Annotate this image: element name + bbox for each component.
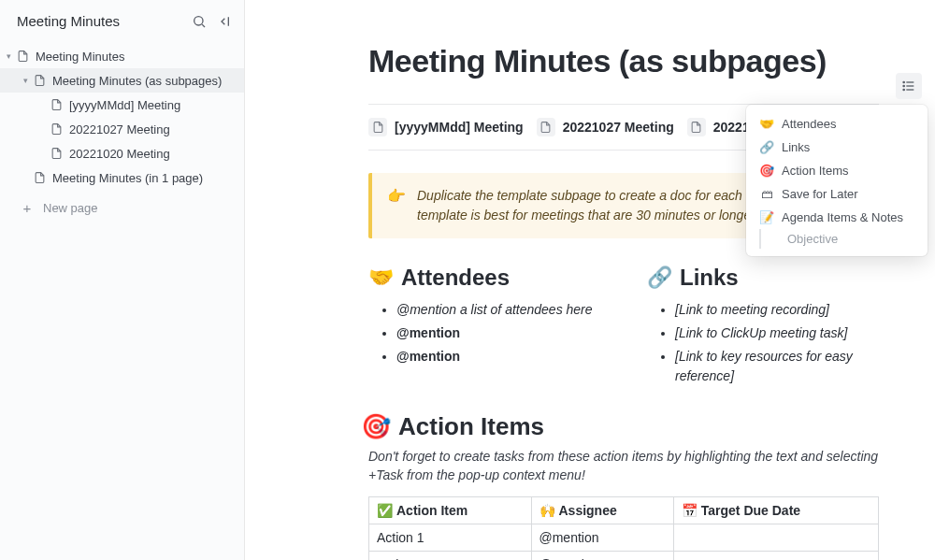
doc-icon	[15, 50, 30, 63]
links-heading: Links	[680, 265, 739, 291]
list-item[interactable]: [Link to key resources for easy referenc…	[675, 347, 879, 386]
sidebar-header: Meeting Minutes	[0, 0, 244, 40]
tree-item[interactable]: ▾Meeting Minutes (as subpages)	[0, 68, 244, 93]
handshake-icon: 🤝	[368, 266, 394, 290]
doc-icon	[32, 74, 47, 87]
list-item[interactable]: @mention	[396, 347, 600, 366]
pointing-right-icon: 👉	[387, 186, 406, 225]
table-cell[interactable]: @mention	[531, 524, 673, 551]
list-item[interactable]: [Link to ClickUp meeting task]	[675, 323, 879, 343]
outline-item-label: Attendees	[782, 117, 837, 131]
doc-icon	[49, 122, 64, 136]
attendees-section: 🤝 Attendees @mention a list of attendees…	[368, 265, 600, 390]
doc-icon	[32, 171, 47, 184]
links-section: 🔗 Links [Link to meeting recording][Link…	[647, 265, 879, 390]
table-cell[interactable]: Action 1	[369, 524, 532, 551]
table-row[interactable]: Action 2@mention	[369, 551, 879, 560]
target-icon: 🎯	[361, 412, 391, 441]
outline-item-label: Agenda Items & Notes	[782, 210, 903, 224]
svg-point-8	[903, 89, 904, 90]
page-title: Meeting Minutes (as subpages)	[368, 43, 879, 79]
outline-item-label: Objective	[787, 232, 838, 246]
outline-emoji-icon: 🤝	[759, 117, 774, 131]
table-cell[interactable]: @mention	[531, 551, 673, 560]
list-item[interactable]: @mention	[396, 323, 600, 343]
sidebar: Meeting Minutes ▾Meeting Minutes▾Meeting…	[0, 0, 245, 560]
tree-item-label: Meeting Minutes (in 1 page)	[52, 171, 203, 185]
svg-point-7	[903, 85, 904, 86]
plus-icon: +	[21, 201, 34, 215]
svg-point-6	[903, 81, 904, 82]
table-header: ✅Action Item	[369, 496, 532, 524]
attendees-list: @mention a list of attendees here@mentio…	[368, 300, 600, 366]
outline-emoji-icon: 🗃	[759, 187, 774, 201]
outline-item-label: Links	[782, 140, 810, 154]
outline-panel: 🤝Attendees🔗Links🎯Action Items🗃Save for L…	[746, 105, 928, 256]
document: Meeting Minutes (as subpages) [yyyyMMdd]…	[245, 0, 935, 560]
page-tree: ▾Meeting Minutes▾Meeting Minutes (as sub…	[0, 40, 244, 194]
main-area: 🤝Attendees🔗Links🎯Action Items🗃Save for L…	[245, 0, 935, 560]
doc-icon	[537, 118, 555, 136]
outline-emoji-icon: 📝	[759, 210, 774, 224]
tree-item-label: 20221027 Meeting	[69, 122, 170, 136]
doc-icon	[49, 98, 64, 111]
tree-item[interactable]: ▾Meeting Minutes	[0, 44, 244, 68]
new-page-button[interactable]: + New page	[0, 194, 244, 223]
subpage-link[interactable]: [yyyyMMdd] Meeting	[368, 118, 524, 136]
doc-icon	[49, 147, 64, 160]
list-item[interactable]: @mention a list of attendees here	[396, 300, 600, 320]
tree-item[interactable]: 20221027 Meeting	[0, 117, 244, 141]
workspace-title: Meeting Minutes	[17, 13, 192, 29]
tree-item[interactable]: [yyyyMMdd] Meeting	[0, 93, 244, 117]
chevron-down-icon[interactable]: ▾	[2, 51, 15, 61]
table-cell[interactable]	[673, 524, 878, 551]
links-list: [Link to meeting recording][Link to Clic…	[647, 300, 879, 386]
outline-item-label: Action Items	[782, 164, 849, 178]
tree-item[interactable]: Meeting Minutes (in 1 page)	[0, 165, 244, 190]
action-items-table: ✅Action Item🙌Assignee📅Target Due Date Ac…	[368, 496, 879, 560]
outline-item[interactable]: 🤝Attendees	[746, 112, 928, 136]
tree-item-label: [yyyyMMdd] Meeting	[69, 98, 180, 112]
doc-icon	[368, 118, 387, 136]
outline-toggle-button[interactable]	[896, 73, 922, 99]
subpage-label: 20221027 Meeting	[563, 120, 674, 135]
outline-emoji-icon: 🔗	[759, 140, 774, 154]
outline-emoji-icon: 🎯	[759, 164, 774, 178]
svg-point-0	[194, 16, 203, 24]
tree-item-label: 20221020 Meeting	[69, 147, 170, 161]
link-icon: 🔗	[647, 266, 672, 290]
table-header: 🙌Assignee	[531, 496, 673, 524]
collapse-sidebar-icon[interactable]	[218, 14, 233, 29]
outline-item[interactable]: 🔗Links	[746, 136, 928, 159]
action-items-subtext: Don't forget to create tasks from these …	[368, 447, 879, 485]
search-icon[interactable]	[192, 14, 207, 29]
table-row[interactable]: Action 1@mention	[369, 524, 879, 551]
outline-item[interactable]: 🗃Save for Later	[746, 182, 928, 206]
tree-item-label: Meeting Minutes (as subpages)	[52, 74, 222, 88]
outline-item[interactable]: 📝Agenda Items & Notes	[746, 206, 928, 229]
outline-item[interactable]: Objective	[759, 229, 928, 249]
action-items-heading: Action Items	[398, 412, 544, 441]
doc-icon	[687, 118, 706, 136]
tree-item[interactable]: 20221020 Meeting	[0, 141, 244, 165]
attendees-heading: Attendees	[401, 265, 510, 291]
table-cell[interactable]: Action 2	[369, 551, 532, 560]
outline-item[interactable]: 🎯Action Items	[746, 159, 928, 182]
chevron-down-icon[interactable]: ▾	[19, 76, 32, 85]
new-page-label: New page	[43, 201, 98, 215]
list-item[interactable]: [Link to meeting recording]	[675, 300, 879, 320]
svg-line-1	[202, 24, 205, 27]
table-cell[interactable]	[673, 551, 878, 560]
subpage-link[interactable]: 20221027 Meeting	[537, 118, 674, 136]
subpage-label: [yyyyMMdd] Meeting	[395, 120, 524, 135]
tree-item-label: Meeting Minutes	[36, 50, 124, 64]
table-header: 📅Target Due Date	[673, 496, 878, 524]
outline-item-label: Save for Later	[782, 187, 858, 201]
